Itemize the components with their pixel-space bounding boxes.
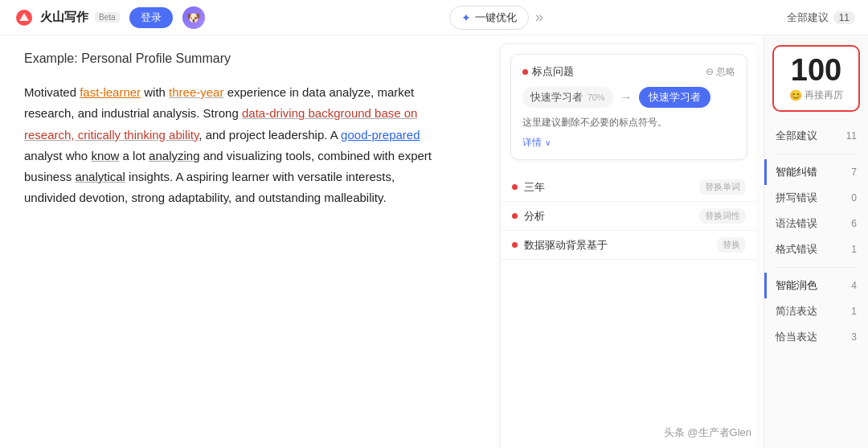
suggestion-panel: 标点问题 ⊖ 忽略 快速学习者 70% → 快速学习者 这里建议删除不必要的标点… [500,43,757,448]
text-know: know [91,149,119,162]
suggestions-count: 11 [833,11,855,24]
menu-item-label: 格式错误 [776,242,817,257]
optimize-label: 一键优化 [475,10,517,25]
red-dot [522,69,528,75]
word-score: 70% [588,92,605,102]
menu-item-label: 拼写错误 [776,191,817,205]
card-tag: 标点问题 [522,64,574,79]
menu-item-spell[interactable]: 拼写错误 0 [764,185,868,211]
beta-badge: Beta [95,12,120,23]
chevron-icon: ∨ [545,138,551,147]
menu-item-count: 11 [846,130,857,142]
menu-item-grammar[interactable]: 语法错误 6 [764,211,868,236]
arrow-icon: → [620,90,633,105]
list-item[interactable]: 三年 替换单词 [501,173,757,202]
ignore-label: 忽略 [716,66,735,77]
login-button[interactable]: 登录 [129,7,173,28]
divider [776,267,857,268]
text-analytical: analytical [75,170,125,183]
optimize-button[interactable]: ✦ 一键优化 [449,6,529,30]
menu-item-appropriate[interactable]: 恰当表达 3 [764,324,868,350]
text-motivated: Motivated [24,85,80,99]
editor-area: Example: Personal Profile Summary Motiva… [0,35,500,448]
score-card: 100 😊 再接再厉 [772,45,860,112]
card-tag-text: 标点问题 [532,64,574,79]
menu-item-polish[interactable]: 智能润色 4 [764,273,868,298]
card-footer[interactable]: 详情 ∨ [522,136,735,150]
menu-item-label: 恰当表达 [776,330,817,344]
menu-item-label: 智能纠错 [776,165,817,179]
menu-item-smart[interactable]: 智能纠错 7 [764,159,868,185]
score-number: 100 [782,55,850,85]
suggestion-card: 标点问题 ⊖ 忽略 快速学习者 70% → 快速学习者 这里建议删除不必要的标点… [510,54,747,160]
menu-item-count: 4 [851,280,857,291]
menu-item-count: 7 [851,166,857,178]
correction-row: 快速学习者 70% → 快速学习者 [522,87,735,108]
right-menu: 全部建议 11 智能纠错 7 拼写错误 0 语法错误 6 格式错误 1 [764,123,868,350]
menu-item-label: 简洁表达 [776,304,817,319]
suggestions-label-area: 全部建议 11 [787,10,855,25]
avatar-button[interactable]: 🐶 [182,6,205,29]
card-desc: 这里建议删除不必要的标点符号。 [522,116,735,129]
menu-item-format[interactable]: 格式错误 1 [764,236,868,262]
divider [776,154,857,154]
text-three-year: three-year [169,85,223,99]
text-comma: , and project leadership. A [199,128,341,142]
app-name: 火山写作 [40,10,88,25]
menu-item-concise[interactable]: 简洁表达 1 [764,298,868,324]
menu-item-count: 3 [851,331,857,343]
logo-area: 火山写作 Beta [13,6,120,29]
watermark: 头条 @生产者Glen [664,425,751,440]
logo-icon [13,6,35,29]
menu-item-count: 1 [851,244,857,255]
list-item[interactable]: 分析 替换词性 [501,202,757,231]
text-alot: a lot [119,149,149,162]
expand-button[interactable]: » [535,9,542,26]
score-icon: 😊 [789,89,802,101]
card-header: 标点问题 ⊖ 忽略 [522,64,735,79]
list-item[interactable]: 数据驱动背景基于 替换 [501,231,757,260]
text-with: with [141,85,169,99]
score-sub: 😊 再接再厉 [782,88,850,102]
spark-icon: ✦ [461,11,471,24]
text-analyzing: analyzing [149,149,199,162]
text-good-prepared: good-prepared [341,128,420,142]
suggestion-items: 三年 替换单词 分析 替换词性 数据驱动背景基于 替换 [501,170,757,263]
corrected-word: 快速学习者 [639,87,710,108]
text-analyst: analyst who [24,149,91,162]
menu-item-label: 智能润色 [776,278,817,293]
right-sidebar: 100 😊 再接再厉 全部建议 11 智能纠错 7 拼写错误 0 语法错误 [764,35,868,448]
original-word: 快速学习者 70% [522,87,613,108]
doc-body: Motivated fast-learner with three-year e… [24,82,442,209]
menu-item-count: 0 [851,192,857,203]
text-fast-learner: fast-learner [80,85,141,99]
detail-label: 详情 [522,136,542,150]
menu-item-count: 6 [851,218,857,229]
score-text: 再接再厉 [805,88,843,102]
header-center: ✦ 一键优化 » [215,6,777,30]
main-area: Example: Personal Profile Summary Motiva… [0,35,868,448]
menu-item-label: 全部建议 [776,129,817,143]
header: 火山写作 Beta 登录 🐶 ✦ 一键优化 » 全部建议 11 [0,0,868,35]
menu-item-label: 语法错误 [776,216,817,231]
menu-item-all[interactable]: 全部建议 11 [764,123,868,149]
ignore-button[interactable]: ⊖ 忽略 [706,65,735,79]
menu-item-count: 1 [851,306,857,317]
suggestions-text: 全部建议 [787,10,829,25]
doc-title: Example: Personal Profile Summary [24,51,476,66]
